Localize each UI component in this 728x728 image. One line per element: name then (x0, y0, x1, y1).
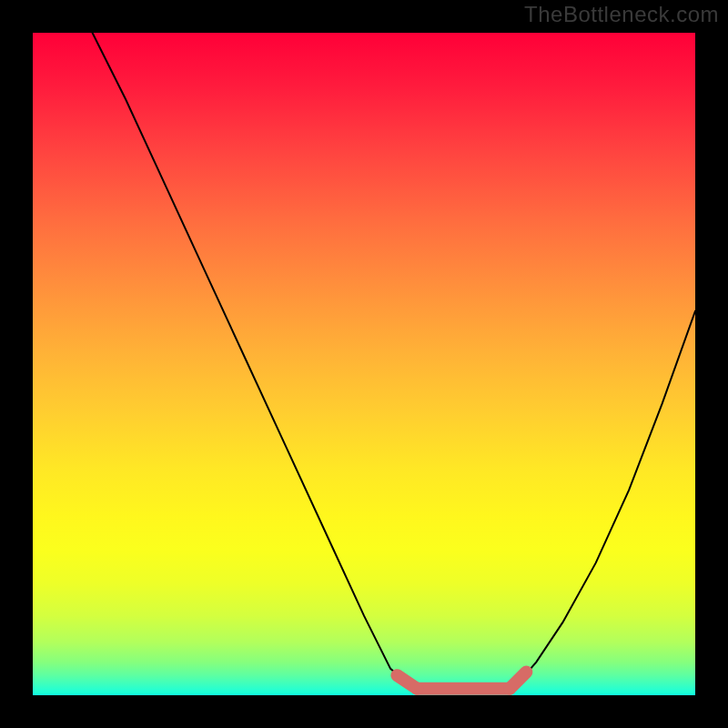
watermark-text: TheBottleneck.com (524, 2, 719, 27)
accent-right-tip (510, 672, 526, 689)
series-bottleneck-right (513, 311, 695, 689)
accent-group (397, 672, 526, 689)
series-bottleneck-left (93, 33, 414, 689)
chart-svg (33, 33, 695, 695)
curve-group (93, 33, 695, 689)
accent-left-tip (397, 675, 417, 689)
plot-area (33, 33, 695, 695)
chart-frame: TheBottleneck.com (0, 0, 728, 728)
